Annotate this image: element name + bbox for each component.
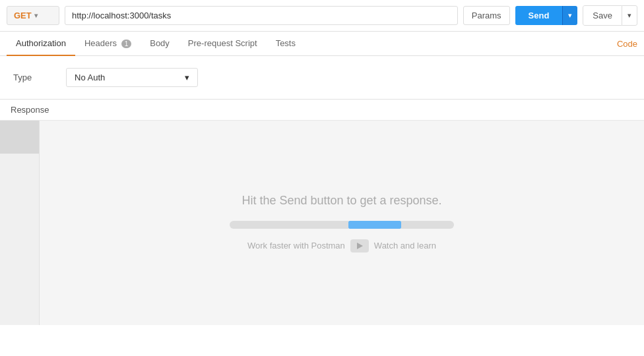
tab-prerequest[interactable]: Pre-request Script	[179, 32, 267, 56]
tab-authorization[interactable]: Authorization	[7, 32, 75, 56]
tab-tests[interactable]: Tests	[267, 32, 305, 56]
hit-send-text: Hit the Send button to get a response.	[242, 194, 441, 208]
progress-right	[401, 221, 454, 229]
tab-headers-label: Headers	[84, 38, 117, 48]
watch-learn-text: Watch and learn	[374, 241, 436, 251]
method-label: GET	[14, 11, 32, 20]
youtube-play-icon	[357, 243, 363, 249]
tab-body-label: Body	[150, 38, 170, 48]
top-bar: GET ▾ Params Send ▾ Save ▾	[0, 0, 644, 32]
work-faster-text: Work faster with Postman	[247, 241, 345, 251]
response-main: Hit the Send button to get a response. W…	[40, 121, 644, 325]
type-row: Type No Auth ▾	[13, 68, 631, 87]
response-sidebar	[0, 121, 40, 325]
params-button[interactable]: Params	[463, 6, 510, 25]
youtube-icon[interactable]	[350, 239, 369, 252]
url-input[interactable]	[65, 6, 458, 25]
send-group: Send ▾	[515, 6, 578, 25]
save-group: Save ▾	[583, 5, 637, 26]
tabs-bar: Authorization Headers 1 Body Pre-request…	[0, 32, 644, 56]
response-header-label: Response	[11, 105, 49, 115]
auth-type-value: No Auth	[75, 73, 105, 82]
tab-authorization-label: Authorization	[16, 38, 66, 48]
headers-badge: 1	[121, 40, 132, 48]
auth-section: Type No Auth ▾	[0, 56, 644, 99]
code-link[interactable]: Code	[617, 32, 637, 55]
progress-bar	[230, 221, 454, 229]
response-body: Hit the Send button to get a response. W…	[0, 121, 644, 325]
tab-body[interactable]: Body	[141, 32, 179, 56]
code-link-label: Code	[617, 39, 637, 49]
save-dropdown-button[interactable]: ▾	[622, 5, 637, 26]
progress-middle	[348, 221, 401, 229]
method-dropdown[interactable]: GET ▾	[7, 6, 59, 25]
watch-row: Work faster with Postman Watch and learn	[247, 239, 436, 252]
save-button[interactable]: Save	[583, 5, 622, 26]
auth-type-chevron-icon: ▾	[185, 73, 189, 82]
tab-prerequest-label: Pre-request Script	[188, 38, 257, 48]
method-chevron-icon: ▾	[34, 12, 38, 19]
type-label: Type	[13, 73, 53, 82]
auth-type-select[interactable]: No Auth ▾	[66, 68, 198, 87]
tab-headers[interactable]: Headers 1	[75, 32, 141, 56]
response-sidebar-top	[0, 121, 39, 154]
tab-tests-label: Tests	[276, 38, 296, 48]
response-header: Response	[0, 100, 644, 121]
progress-left	[230, 221, 348, 229]
response-section: Response Hit the Send button to get a re…	[0, 99, 644, 325]
send-button[interactable]: Send	[515, 6, 563, 25]
send-dropdown-button[interactable]: ▾	[562, 6, 577, 25]
